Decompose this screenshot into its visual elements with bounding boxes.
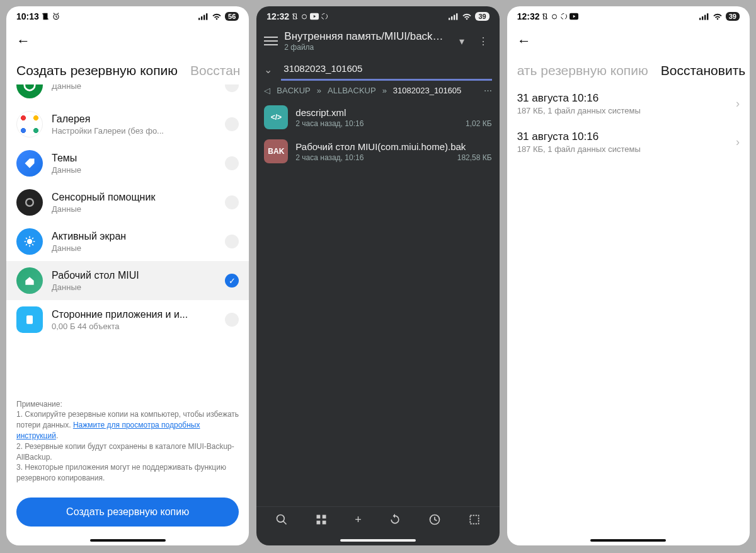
- back-icon[interactable]: ←: [16, 33, 30, 49]
- svg-point-5: [25, 84, 35, 90]
- list-item[interactable]: Галерея Настройки Галереи (без фо...: [6, 105, 249, 144]
- home-indicator[interactable]: [340, 539, 416, 542]
- radio-unchecked[interactable]: [225, 313, 239, 327]
- item-title: Темы: [52, 153, 216, 164]
- fm-toolbar: Внутренняя память/MIUI/backup/... 2 файл…: [256, 26, 499, 55]
- tab-restore[interactable]: Восстановить: [661, 63, 745, 78]
- battery-indicator: 56: [225, 12, 239, 21]
- home-indicator[interactable]: [590, 539, 666, 542]
- tab-create-backup[interactable]: Создать резервную копию: [16, 63, 178, 78]
- svg-rect-18: [317, 515, 321, 519]
- notes-block: Примечание: 1. Скопируйте резервные копи…: [6, 393, 249, 490]
- youtube-icon: [570, 13, 578, 20]
- overflow-icon[interactable]: ⋮: [474, 33, 492, 50]
- status-bar: 10:13 56: [6, 6, 249, 26]
- phone-file-manager: 12:32 39 Внутренняя память/MIUI/backup/.…: [256, 6, 499, 545]
- restore-sub: 187 КБ, 1 файл данных системы: [517, 144, 728, 154]
- status-time: 12:32: [266, 11, 289, 21]
- breadcrumb-item[interactable]: BACKUP: [277, 86, 310, 95]
- list-item[interactable]: Данные: [6, 84, 249, 105]
- svg-rect-30: [704, 15, 706, 20]
- list-item-selected[interactable]: Рабочий стол MIUI Данные ✓: [6, 261, 249, 300]
- svg-rect-23: [470, 515, 478, 523]
- tab-restore[interactable]: Восстан: [190, 63, 240, 78]
- backup-list[interactable]: Данные Галерея Настройки Галереи (без фо…: [6, 84, 249, 393]
- breadcrumb: ◁ BACKUP » ALLBACKUP » 31082023_101605 ⋯: [256, 81, 499, 100]
- radio-unchecked[interactable]: [225, 117, 239, 131]
- svg-rect-28: [699, 18, 701, 20]
- list-item[interactable]: Темы Данные: [6, 144, 249, 183]
- themes-icon: [16, 150, 43, 177]
- phone-restore: 12:32 39 ← ать резервную копию Восстанов…: [507, 6, 750, 545]
- add-icon[interactable]: +: [355, 513, 362, 529]
- svg-point-25: [553, 15, 557, 19]
- list-item[interactable]: Активный экран Данные: [6, 222, 249, 261]
- chevron-down-icon[interactable]: ⌄: [264, 64, 272, 76]
- file-name: descript.xml: [295, 107, 491, 118]
- signal-icon: [699, 13, 709, 20]
- refresh-icon[interactable]: [389, 513, 401, 529]
- file-list[interactable]: </> descript.xml 2 часа назад, 10:161,02…: [256, 100, 499, 506]
- select-icon[interactable]: [468, 513, 481, 529]
- create-backup-button[interactable]: Создать резервную копию: [16, 498, 239, 527]
- back-icon[interactable]: ←: [517, 33, 531, 49]
- item-sub: Данные: [52, 243, 216, 253]
- file-name: Рабочий стол MIUI(com.miui.home).bak: [295, 141, 491, 152]
- svg-rect-21: [323, 521, 326, 525]
- breadcrumb-item[interactable]: ALLBACKUP: [328, 86, 376, 95]
- vibrate-icon: [41, 12, 50, 21]
- fm-path[interactable]: Внутренняя память/MIUI/backup/...: [284, 30, 449, 43]
- breadcrumb-back[interactable]: ◁: [264, 86, 270, 95]
- nav-back-row: ←: [507, 26, 750, 54]
- home-icon: [16, 267, 43, 294]
- view-grid-icon[interactable]: [315, 513, 328, 529]
- item-sub: Данные: [52, 204, 216, 214]
- svg-rect-15: [454, 15, 455, 20]
- file-row[interactable]: </> descript.xml 2 часа назад, 10:161,02…: [256, 100, 499, 134]
- svg-rect-29: [702, 16, 703, 20]
- svg-rect-2: [201, 16, 202, 20]
- history-icon[interactable]: [428, 513, 441, 529]
- radio-unchecked[interactable]: [225, 235, 239, 248]
- menu-icon[interactable]: [264, 37, 278, 45]
- note-3: 3. Некоторые приложения могут не поддерж…: [16, 462, 239, 484]
- svg-point-10: [302, 15, 307, 19]
- file-time: 2 часа назад, 10:16: [295, 119, 364, 128]
- svg-rect-16: [456, 13, 457, 20]
- chevron-right-icon: ›: [736, 97, 740, 110]
- notes-header: Примечание:: [16, 399, 239, 410]
- home-indicator[interactable]: [90, 539, 166, 542]
- tab-create-backup[interactable]: ать резервную копию: [517, 63, 648, 78]
- alarm-icon: [301, 13, 308, 20]
- breadcrumb-current: 31082023_101605: [393, 86, 461, 95]
- radio-unchecked[interactable]: [225, 156, 239, 170]
- svg-point-12: [322, 14, 328, 20]
- fm-tab[interactable]: 31082023_101605: [281, 58, 491, 81]
- wifi-icon: [462, 13, 472, 20]
- dropdown-icon[interactable]: ▾: [455, 33, 468, 50]
- file-row[interactable]: BAK Рабочий стол MIUI(com.miui.home).bak…: [256, 134, 499, 168]
- restore-row[interactable]: 31 августа 10:16 187 КБ, 1 файл данных с…: [507, 84, 750, 123]
- svg-rect-20: [317, 521, 321, 525]
- search-icon[interactable]: [275, 513, 288, 529]
- radio-unchecked[interactable]: [225, 195, 239, 209]
- restore-sub: 187 КБ, 1 файл данных системы: [517, 106, 728, 115]
- vibrate-icon: [541, 13, 549, 20]
- restore-title: 31 августа 10:16: [517, 92, 728, 105]
- tabs: ать резервную копию Восстановить: [507, 54, 750, 84]
- check-icon[interactable]: ✓: [225, 274, 239, 288]
- radio-unchecked[interactable]: [225, 84, 239, 92]
- breadcrumb-more-icon[interactable]: ⋯: [484, 86, 492, 95]
- svg-rect-31: [707, 13, 708, 20]
- restore-list[interactable]: 31 августа 10:16 187 КБ, 1 файл данных с…: [507, 84, 750, 533]
- list-item[interactable]: Сенсорный помощник Данные: [6, 183, 249, 222]
- active-screen-icon: [16, 228, 43, 255]
- list-item[interactable]: Сторонние приложения и и... 0,00 Б 44 об…: [6, 300, 249, 339]
- wifi-icon: [212, 13, 222, 20]
- app-icon: [16, 84, 43, 98]
- svg-rect-8: [26, 315, 33, 323]
- restore-row[interactable]: 31 августа 10:16 187 КБ, 1 файл данных с…: [507, 123, 750, 161]
- note-2: 2. Резервные копии будут сохранены в кат…: [16, 441, 239, 463]
- svg-rect-19: [323, 515, 326, 519]
- xml-file-icon: </>: [264, 105, 288, 129]
